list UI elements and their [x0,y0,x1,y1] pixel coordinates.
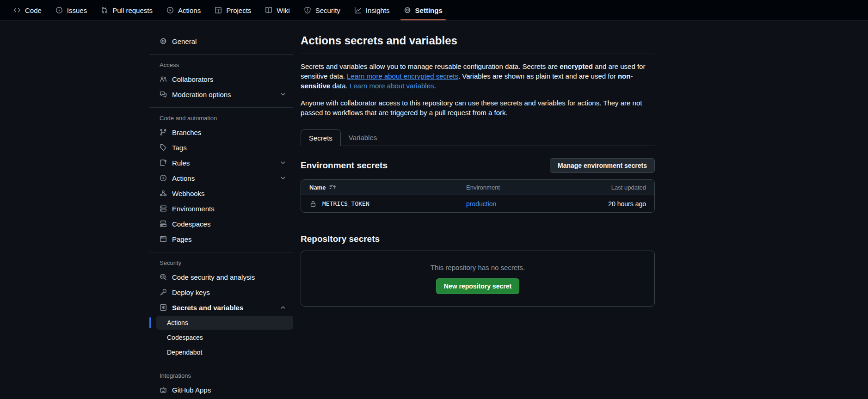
rules-icon [160,159,167,166]
sidebar-item-moderation-options[interactable]: Moderation options [149,87,293,102]
lock-icon [309,200,317,208]
sidebar-section-label: Code and automation [149,115,293,122]
learn-more-link[interactable]: Learn more about encrypted secrets [347,72,458,80]
server-icon [160,205,167,212]
secret-name: METRICS_TOKEN [322,200,369,207]
sidebar-item-general[interactable]: General [149,34,293,49]
sidebar-item-deploy-keys[interactable]: Deploy keys [149,285,293,300]
sort-ascending-icon [329,184,336,191]
settings-layout: GeneralAccessCollaboratorsModeration opt… [0,21,868,399]
learn-more-link[interactable]: Learn more about variables [350,82,434,90]
table-row: METRICS_TOKENproduction20 hours ago [301,195,654,212]
chevron-down-icon [279,159,287,166]
webhook-icon [160,190,167,197]
nav-tab-wiki[interactable]: Wiki [258,0,296,20]
nav-tab-label: Issues [67,6,87,14]
play-icon [166,6,174,14]
sidebar-item-rules[interactable]: Rules [149,155,293,170]
title-divider [301,54,655,54]
sidebar-item-webhooks[interactable]: Webhooks [149,186,293,201]
emphasis-text: encrypted [560,62,593,70]
sidebar-divider [149,365,293,365]
sidebar-section-label: Access [149,61,293,68]
sidebar-item-label: Environments [172,205,215,213]
nav-tab-label: Insights [366,6,390,14]
column-header-environment: Environment [466,184,611,191]
intro-text: . [434,82,436,90]
sidebar-subitem-label: Actions [167,319,188,326]
nav-tab-security[interactable]: Security [297,0,347,20]
sidebar-subitem-actions[interactable]: Actions [156,316,293,330]
key-icon [160,289,167,296]
tab-secrets[interactable]: Secrets [301,129,341,146]
intro-text: Secrets and variables allow you to manag… [301,62,560,70]
nav-tab-settings[interactable]: Settings [397,0,449,20]
sidebar-item-branches[interactable]: Branches [149,125,293,140]
people-icon [160,75,167,83]
column-header-name[interactable]: Name [309,184,466,191]
settings-sidebar: GeneralAccessCollaboratorsModeration opt… [149,33,293,399]
manage-environment-secrets-button[interactable]: Manage environment secrets [550,158,655,173]
nav-tab-issues[interactable]: Issues [49,0,94,20]
sidebar-subitem-label: Codespaces [167,334,203,341]
repo-tab-nav: CodeIssuesPull requestsActionsProjectsWi… [0,0,868,21]
sidebar-item-label: Deploy keys [172,289,210,296]
page-title: Actions secrets and variables [301,33,655,48]
environment-secrets-header: Environment secrets Manage environment s… [301,158,655,173]
sidebar-item-tags[interactable]: Tags [149,140,293,155]
sidebar-item-label: Collaborators [172,75,213,83]
table-header: NameEnvironmentLast updated [301,180,654,195]
sidebar-item-code-security-and-analysis[interactable]: Code security and analysis [149,270,293,284]
gear-icon [160,37,167,45]
sidebar-item-environments[interactable]: Environments [149,201,293,216]
new-repository-secret-button[interactable]: New repository secret [436,278,519,294]
sidebar-item-secrets-and-variables[interactable]: Secrets and variables [149,300,293,315]
nav-tab-actions[interactable]: Actions [160,0,208,20]
play-icon [160,174,167,182]
nav-tab-insights[interactable]: Insights [347,0,397,20]
nav-tab-pull-requests[interactable]: Pull requests [94,0,160,20]
codescan-icon [160,273,167,281]
sidebar-subitem-codespaces[interactable]: Codespaces [156,331,293,344]
environment-cell: production [466,200,608,208]
git-branch-icon [160,129,167,136]
sidebar-item-codespaces[interactable]: Codespaces [149,216,293,231]
table-body: METRICS_TOKENproduction20 hours ago [301,195,654,212]
sidebar-section-label: Integrations [149,372,293,379]
sidebar-subitem-label: Dependabot [167,349,202,356]
gear-icon [404,6,411,14]
repository-secrets-empty-state: This repository has no secrets. New repo… [301,251,655,307]
secrets-variables-tabs: SecretsVariables [301,129,655,146]
book-icon [265,6,272,14]
sidebar-item-label: Secrets and variables [172,304,243,312]
project-icon [215,6,222,14]
sidebar-item-pages[interactable]: Pages [149,232,293,246]
sidebar-item-label: Rules [172,159,190,167]
nav-tab-label: Wiki [277,6,289,14]
nav-tab-code[interactable]: Code [6,0,49,20]
sidebar-item-label: GitHub Apps [172,386,211,394]
code-icon [13,6,21,14]
sidebar-subitem-dependabot[interactable]: Dependabot [156,345,293,359]
sidebar-item-label: Codespaces [172,220,210,228]
environment-secrets-table: NameEnvironmentLast updated METRICS_TOKE… [301,179,655,213]
sidebar-item-actions[interactable]: Actions [149,171,293,185]
sidebar-item-collaborators[interactable]: Collaborators [149,72,293,86]
codespaces-icon [160,220,167,227]
empty-state-message: This repository has no secrets. [431,264,525,271]
sidebar-section-label: Security [149,259,293,266]
sidebar-item-label: Actions [172,174,195,182]
nav-tab-projects[interactable]: Projects [208,0,258,20]
sidebar-item-github-apps[interactable]: GitHub Apps [149,382,293,397]
tag-icon [160,144,167,151]
sidebar-item-label: General [172,37,197,45]
sidebar-item-label: Branches [172,129,201,136]
tab-variables[interactable]: Variables [341,129,385,146]
repository-secrets-header: Repository secrets [301,234,655,244]
environment-link[interactable]: production [466,200,496,208]
sidebar-item-label: Tags [172,144,187,152]
comment-discussion-icon [160,91,167,98]
sidebar-item-label: Code security and analysis [172,273,255,281]
secret-name-cell: METRICS_TOKEN [309,200,466,208]
nav-tab-label: Actions [178,6,201,14]
